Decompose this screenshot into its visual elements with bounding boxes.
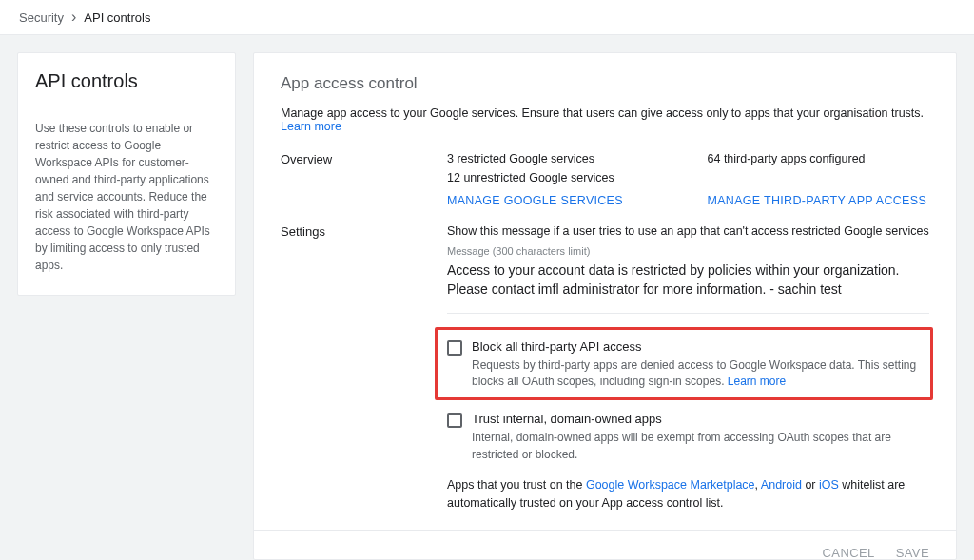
block-api-desc: Requests by third-party apps are denied … [472, 357, 921, 391]
trust-note: Apps that you trust on the Google Worksp… [447, 476, 929, 512]
settings-label: Settings [281, 224, 447, 239]
overview-services-col: 3 restricted Google services 12 unrestri… [447, 152, 670, 207]
block-learn-more-link[interactable]: Learn more [728, 375, 786, 388]
breadcrumb-parent[interactable]: Security [19, 10, 64, 25]
trust-internal-desc: Internal, domain-owned apps will be exem… [472, 430, 929, 463]
overview-label: Overview [281, 152, 447, 166]
block-api-desc-text: Requests by third-party apps are denied … [472, 358, 916, 388]
save-button[interactable]: SAVE [896, 546, 929, 560]
block-api-checkbox[interactable] [447, 340, 462, 356]
manage-google-services-button[interactable]: MANAGE GOOGLE SERVICES [447, 194, 670, 207]
chevron-right-icon: › [71, 10, 76, 25]
action-bar: CANCEL SAVE [254, 530, 956, 560]
overview-apps-col: 64 third-party apps configured MANAGE TH… [708, 152, 930, 207]
settings-instruction: Show this message if a user tries to use… [447, 224, 929, 238]
learn-more-link[interactable]: Learn more [281, 120, 341, 133]
breadcrumb-current: API controls [84, 10, 150, 25]
sidebar-description: Use these controls to enable or restrict… [18, 106, 235, 295]
trust-internal-row: Trust internal, domain-owned apps Intern… [447, 412, 929, 463]
page-layout: API controls Use these controls to enabl… [0, 35, 974, 560]
divider [447, 313, 929, 314]
trust-internal-checkbox[interactable] [447, 413, 462, 428]
sidebar-title: API controls [18, 53, 235, 106]
main-card: App access control Manage app access to … [253, 52, 957, 560]
third-party-apps-text: 64 third-party apps configured [708, 152, 930, 165]
block-api-title: Block all third-party API access [472, 339, 921, 354]
settings-section: Settings Show this message if a user tri… [281, 224, 929, 512]
note-pre: Apps that you trust on the [447, 478, 586, 492]
message-caption: Message (300 characters limit) [447, 245, 929, 257]
restricted-services-text: 3 restricted Google services [447, 152, 670, 165]
breadcrumb: Security › API controls [0, 0, 974, 35]
main-subtitle: Manage app access to your Google service… [281, 106, 929, 133]
note-mid2: or [802, 478, 819, 492]
unrestricted-services-text: 12 unrestricted Google services [447, 171, 670, 184]
cancel-button[interactable]: CANCEL [823, 546, 875, 560]
main-heading: App access control [281, 74, 929, 93]
ios-link[interactable]: iOS [819, 478, 839, 492]
message-text[interactable]: Access to your account data is restricte… [447, 261, 929, 299]
android-link[interactable]: Android [761, 478, 802, 492]
trust-internal-title: Trust internal, domain-owned apps [472, 412, 929, 426]
block-api-highlight: Block all third-party API access Request… [435, 327, 933, 401]
manage-third-party-button[interactable]: MANAGE THIRD-PARTY APP ACCESS [708, 194, 930, 207]
overview-section: Overview 3 restricted Google services 12… [281, 152, 929, 207]
sidebar-info-card: API controls Use these controls to enabl… [17, 52, 236, 296]
subtitle-text: Manage app access to your Google service… [281, 106, 924, 120]
block-api-row: Block all third-party API access Request… [447, 339, 921, 391]
marketplace-link[interactable]: Google Workspace Marketplace [586, 478, 755, 492]
